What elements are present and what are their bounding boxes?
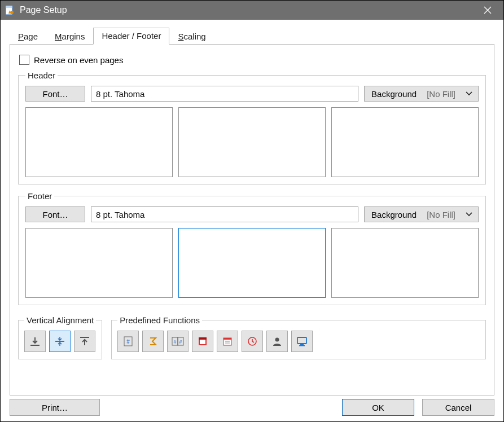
- footer-legend: Footer: [25, 191, 54, 201]
- page-number-of-icon: # #: [172, 336, 184, 347]
- insert-machine-button[interactable]: [291, 331, 313, 352]
- align-middle-icon: [54, 336, 65, 347]
- header-background-label: Background: [365, 86, 422, 101]
- footer-background-dropdown[interactable]: Background [No Fill]: [364, 206, 479, 222]
- reverse-label: Reverse on even pages: [34, 55, 123, 65]
- header-right-input[interactable]: [331, 107, 479, 177]
- align-top-icon: [79, 336, 90, 347]
- svg-point-20: [275, 338, 279, 342]
- tab-panel-header-footer: Reverse on even pages Header Font… 8 pt.…: [10, 45, 494, 395]
- svg-rect-21: [297, 337, 306, 344]
- date-icon: [197, 336, 208, 347]
- tab-strip: Page Margins Header / Footer Scaling: [10, 28, 494, 45]
- header-background-value: [No Fill]: [422, 89, 460, 99]
- footer-sections: [25, 228, 479, 298]
- predefined-functions-group: Predefined Functions #: [111, 315, 486, 359]
- insert-date-button[interactable]: [192, 331, 213, 352]
- header-background-dropdown[interactable]: Background [No Fill]: [364, 86, 479, 102]
- insert-page-number-button[interactable]: #: [117, 331, 139, 352]
- align-bottom-icon: [29, 336, 41, 347]
- footer-center-input[interactable]: [178, 228, 326, 298]
- app-icon: [4, 5, 15, 16]
- header-font-button[interactable]: Font…: [25, 86, 85, 102]
- window-title: Page Setup: [20, 5, 67, 15]
- dialog-button-row: Print… OK Cancel: [10, 395, 494, 416]
- chevron-down-icon: [460, 212, 478, 217]
- vertical-alignment-group: Vertical Alignment: [18, 315, 102, 359]
- svg-point-2: [10, 11, 14, 14]
- vertical-alignment-legend: Vertical Alignment: [24, 315, 96, 325]
- header-center-input[interactable]: [178, 107, 326, 177]
- valign-top-button[interactable]: [74, 331, 95, 352]
- monitor-icon: [296, 336, 308, 347]
- user-icon: [271, 336, 283, 347]
- svg-rect-13: [200, 340, 205, 344]
- chevron-down-icon: [460, 91, 478, 96]
- cancel-button[interactable]: Cancel: [422, 399, 494, 416]
- footer-right-input[interactable]: [331, 228, 479, 298]
- svg-text:#: #: [126, 339, 130, 345]
- titlebar: Page Setup: [1, 1, 503, 20]
- reverse-checkbox[interactable]: [19, 55, 29, 65]
- footer-left-input[interactable]: [25, 228, 173, 298]
- tab-page[interactable]: Page: [10, 28, 46, 45]
- sigma-icon: [147, 336, 159, 347]
- print-button[interactable]: Print…: [10, 399, 100, 416]
- insert-user-button[interactable]: [266, 331, 288, 352]
- svg-rect-23: [299, 345, 305, 346]
- svg-rect-22: [300, 344, 304, 345]
- svg-text:#: #: [174, 339, 177, 345]
- insert-page-number-of-count-button[interactable]: # #: [167, 331, 189, 352]
- close-button[interactable]: [475, 1, 500, 20]
- page-number-icon: #: [122, 336, 134, 347]
- footer-font-button[interactable]: Font…: [25, 206, 85, 222]
- insert-datetime-button[interactable]: [217, 331, 238, 352]
- calendar-icon: [222, 336, 233, 347]
- header-sections: [25, 107, 479, 177]
- bottom-groups: Vertical Alignment: [18, 315, 486, 359]
- page-setup-dialog: Page Setup Page Margins Header / Footer …: [0, 0, 504, 422]
- valign-center-button[interactable]: [49, 331, 71, 352]
- header-left-input[interactable]: [25, 107, 173, 177]
- tab-margins[interactable]: Margins: [46, 28, 93, 45]
- svg-text:#: #: [179, 339, 182, 345]
- tab-header-footer[interactable]: Header / Footer: [93, 28, 169, 45]
- close-icon: [484, 6, 492, 14]
- reverse-on-even-pages-row: Reverse on even pages: [19, 55, 486, 65]
- footer-background-label: Background: [365, 207, 422, 222]
- header-font-display: 8 pt. Tahoma: [91, 86, 358, 102]
- header-group: Header Font… 8 pt. Tahoma Background [No…: [18, 71, 486, 184]
- footer-group: Footer Font… 8 pt. Tahoma Background [No…: [18, 191, 486, 305]
- insert-page-count-button[interactable]: [142, 331, 164, 352]
- valign-bottom-button[interactable]: [24, 331, 46, 352]
- client-area: Page Margins Header / Footer Scaling Rev…: [1, 20, 503, 421]
- footer-font-display: 8 pt. Tahoma: [91, 206, 358, 222]
- predefined-functions-legend: Predefined Functions: [117, 315, 202, 325]
- header-legend: Header: [25, 71, 58, 80]
- tab-scaling[interactable]: Scaling: [169, 28, 214, 45]
- svg-rect-14: [199, 337, 207, 340]
- svg-rect-1: [6, 6, 12, 8]
- clock-icon: [247, 336, 258, 347]
- ok-button[interactable]: OK: [342, 399, 414, 416]
- svg-rect-16: [223, 338, 231, 340]
- insert-time-button[interactable]: [242, 331, 263, 352]
- footer-background-value: [No Fill]: [422, 210, 460, 219]
